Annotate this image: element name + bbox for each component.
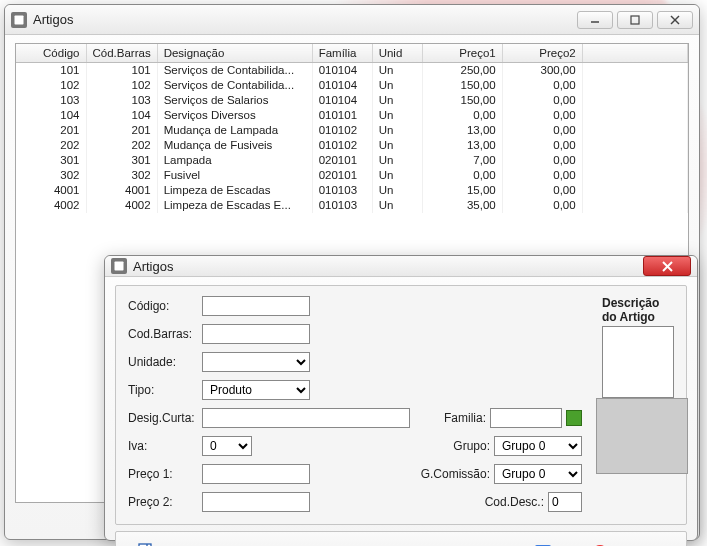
cell: 0,00 xyxy=(502,183,582,198)
label-unidade: Unidade: xyxy=(128,355,198,369)
label-preco1: Preço 1: xyxy=(128,467,198,481)
column-header[interactable]: Designação xyxy=(157,44,312,63)
minimize-button[interactable] xyxy=(577,11,613,29)
cell: 102 xyxy=(16,78,86,93)
label-codbarras: Cod.Barras: xyxy=(128,327,198,341)
table-row[interactable]: 102102Serviços de Contabilida...010104Un… xyxy=(16,78,688,93)
cell: 102 xyxy=(86,78,157,93)
cell: Serviços de Salarios xyxy=(157,93,312,108)
cell: 103 xyxy=(86,93,157,108)
table-row[interactable]: 302302Fusivel020101Un0,000,00 xyxy=(16,168,688,183)
table-row[interactable]: 40024002Limpeza de Escadas E...010103Un3… xyxy=(16,198,688,213)
cell: Serviços Diversos xyxy=(157,108,312,123)
cell: Limpeza de Escadas xyxy=(157,183,312,198)
cell: 010102 xyxy=(312,123,372,138)
tipo-select[interactable]: Produto xyxy=(202,380,310,400)
novo-button[interactable]: Novo xyxy=(126,536,166,546)
first-record-button[interactable] xyxy=(182,536,222,546)
grupo-select[interactable]: Grupo 0 xyxy=(494,436,582,456)
cancel-icon xyxy=(589,542,611,546)
table-row[interactable]: 301301Lampada020101Un7,000,00 xyxy=(16,153,688,168)
cell: Un xyxy=(372,108,422,123)
cell: 0,00 xyxy=(502,198,582,213)
cell: 150,00 xyxy=(422,93,502,108)
cell: Mudança de Fusiveis xyxy=(157,138,312,153)
preco2-field[interactable] xyxy=(202,492,310,512)
cell: 202 xyxy=(86,138,157,153)
cell: 104 xyxy=(16,108,86,123)
coddesc-field[interactable] xyxy=(548,492,582,512)
table-row[interactable]: 104104Serviços Diversos010101Un0,000,00 xyxy=(16,108,688,123)
table-row[interactable]: 40014001Limpeza de Escadas010103Un15,000… xyxy=(16,183,688,198)
column-header[interactable]: Preço1 xyxy=(422,44,502,63)
gcomissao-select[interactable]: Grupo 0 xyxy=(494,464,582,484)
cell: 15,00 xyxy=(422,183,502,198)
cell: 103 xyxy=(16,93,86,108)
column-header[interactable]: Cód.Barras xyxy=(86,44,157,63)
cell: 010102 xyxy=(312,138,372,153)
cell: Un xyxy=(372,153,422,168)
label-coddesc: Cod.Desc.: xyxy=(472,495,544,509)
cell: 101 xyxy=(86,63,157,78)
cell: 150,00 xyxy=(422,78,502,93)
window-title: Artigos xyxy=(133,259,643,274)
label-desigcurta: Desig.Curta: xyxy=(128,411,198,425)
last-record-button[interactable] xyxy=(350,536,390,546)
cell: 4001 xyxy=(86,183,157,198)
unidade-select[interactable] xyxy=(202,352,310,372)
desigcurta-field[interactable] xyxy=(202,408,410,428)
cell: 010103 xyxy=(312,183,372,198)
app-icon xyxy=(11,12,27,28)
cell: 010103 xyxy=(312,198,372,213)
codbarras-field[interactable] xyxy=(202,324,310,344)
preco1-field[interactable] xyxy=(202,464,310,484)
maximize-button[interactable] xyxy=(617,11,653,29)
next-record-button[interactable] xyxy=(294,536,334,546)
label-codigo: Código: xyxy=(128,299,198,313)
cell: 0,00 xyxy=(502,138,582,153)
sair-button[interactable]: Sair xyxy=(636,536,676,546)
table-row[interactable]: 202202Mudança de Fusiveis010102Un13,000,… xyxy=(16,138,688,153)
cell: 101 xyxy=(16,63,86,78)
cell: 0,00 xyxy=(502,78,582,93)
label-gcomissao: G.Comissão: xyxy=(418,467,490,481)
new-file-icon xyxy=(135,542,157,546)
column-header-filler xyxy=(582,44,687,63)
familia-field[interactable] xyxy=(490,408,562,428)
grava-button[interactable]: Grava xyxy=(522,536,564,546)
table-row[interactable]: 201201Mudança de Lampada010102Un13,000,0… xyxy=(16,123,688,138)
column-header[interactable]: Unid xyxy=(372,44,422,63)
table-row[interactable]: 101101Serviços de Contabilida...010104Un… xyxy=(16,63,688,78)
cell: 010101 xyxy=(312,108,372,123)
descricao-textarea[interactable] xyxy=(602,326,674,398)
familia-lookup-button[interactable] xyxy=(566,410,582,426)
cell: 010104 xyxy=(312,93,372,108)
article-detail-window: Artigos Código: Cod.Barras: Unidade: xyxy=(104,255,698,541)
close-button[interactable] xyxy=(657,11,693,29)
column-header[interactable]: Código xyxy=(16,44,86,63)
iva-select[interactable]: 0 xyxy=(202,436,252,456)
titlebar[interactable]: Artigos xyxy=(5,5,699,35)
column-header[interactable]: Família xyxy=(312,44,372,63)
label-descricao: Descrição do Artigo xyxy=(602,296,674,324)
close-button[interactable] xyxy=(643,256,691,276)
column-header[interactable]: Preço2 xyxy=(502,44,582,63)
cell: Un xyxy=(372,198,422,213)
cell: 201 xyxy=(16,123,86,138)
cell: 0,00 xyxy=(502,108,582,123)
detail-toolbar: Novo Grava Anula xyxy=(115,531,687,546)
cell: 35,00 xyxy=(422,198,502,213)
cell: 301 xyxy=(16,153,86,168)
table-row[interactable]: 103103Serviços de Salarios010104Un150,00… xyxy=(16,93,688,108)
codigo-field[interactable] xyxy=(202,296,310,316)
cell: 020101 xyxy=(312,168,372,183)
titlebar[interactable]: Artigos xyxy=(105,256,697,277)
cell: 104 xyxy=(86,108,157,123)
anula-button[interactable]: Anula xyxy=(580,536,620,546)
label-iva: Iva: xyxy=(128,439,198,453)
window-title: Artigos xyxy=(33,12,577,27)
prev-record-button[interactable] xyxy=(238,536,278,546)
label-grupo: Grupo: xyxy=(418,439,490,453)
cell: 301 xyxy=(86,153,157,168)
cell: 7,00 xyxy=(422,153,502,168)
